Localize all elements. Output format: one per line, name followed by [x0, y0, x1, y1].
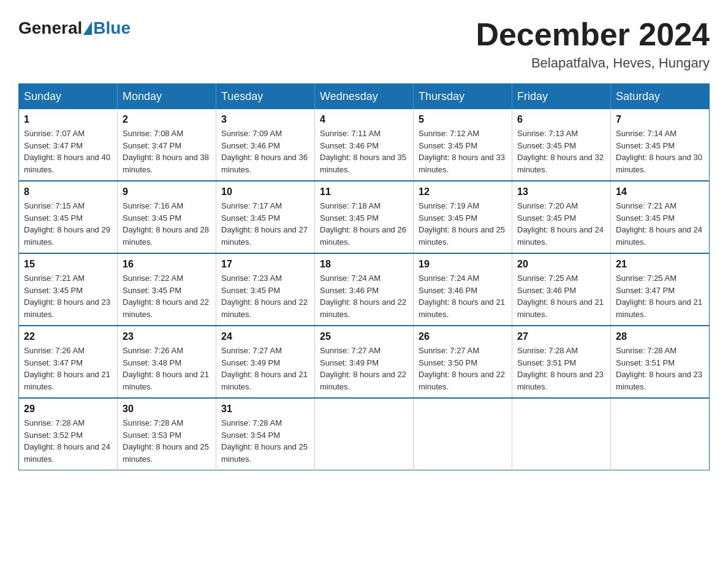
day-number: 28	[616, 331, 704, 342]
day-number: 18	[320, 259, 408, 270]
day-info: Sunrise: 7:24 AM Sunset: 3:46 PM Dayligh…	[320, 272, 408, 320]
calendar-cell: 15 Sunrise: 7:21 AM Sunset: 3:45 PM Dayl…	[19, 253, 118, 326]
calendar-cell: 29 Sunrise: 7:28 AM Sunset: 3:52 PM Dayl…	[19, 398, 118, 470]
calendar-cell: 1 Sunrise: 7:07 AM Sunset: 3:47 PM Dayli…	[19, 109, 118, 181]
calendar-cell: 17 Sunrise: 7:23 AM Sunset: 3:45 PM Dayl…	[216, 253, 315, 326]
day-number: 12	[419, 186, 507, 197]
calendar-cell: 27 Sunrise: 7:28 AM Sunset: 3:51 PM Dayl…	[512, 326, 611, 398]
day-info: Sunrise: 7:15 AM Sunset: 3:45 PM Dayligh…	[24, 200, 112, 248]
day-info: Sunrise: 7:27 AM Sunset: 3:49 PM Dayligh…	[320, 345, 408, 393]
day-info: Sunrise: 7:09 AM Sunset: 3:46 PM Dayligh…	[221, 128, 309, 175]
logo-triangle-icon	[83, 21, 92, 35]
day-number: 6	[517, 114, 605, 125]
day-number: 1	[24, 114, 112, 125]
day-number: 11	[320, 186, 408, 197]
day-number: 16	[123, 259, 211, 270]
calendar-cell: 9 Sunrise: 7:16 AM Sunset: 3:45 PM Dayli…	[118, 181, 216, 253]
calendar-cell: 5 Sunrise: 7:12 AM Sunset: 3:45 PM Dayli…	[414, 109, 512, 181]
calendar-cell: 26 Sunrise: 7:27 AM Sunset: 3:50 PM Dayl…	[414, 326, 512, 398]
day-info: Sunrise: 7:27 AM Sunset: 3:49 PM Dayligh…	[221, 345, 309, 393]
calendar-cell: 28 Sunrise: 7:28 AM Sunset: 3:51 PM Dayl…	[611, 326, 710, 398]
calendar-week-row: 22 Sunrise: 7:26 AM Sunset: 3:47 PM Dayl…	[19, 326, 710, 398]
calendar-cell: 19 Sunrise: 7:24 AM Sunset: 3:46 PM Dayl…	[414, 253, 512, 326]
calendar-header-row: SundayMondayTuesdayWednesdayThursdayFrid…	[19, 84, 710, 110]
day-info: Sunrise: 7:22 AM Sunset: 3:45 PM Dayligh…	[123, 272, 211, 320]
calendar-cell: 30 Sunrise: 7:28 AM Sunset: 3:53 PM Dayl…	[118, 398, 216, 470]
weekday-header-friday: Friday	[512, 84, 611, 110]
day-number: 7	[616, 114, 704, 125]
day-info: Sunrise: 7:28 AM Sunset: 3:53 PM Dayligh…	[123, 417, 211, 465]
calendar-cell: 7 Sunrise: 7:14 AM Sunset: 3:45 PM Dayli…	[611, 109, 710, 181]
day-info: Sunrise: 7:23 AM Sunset: 3:45 PM Dayligh…	[221, 272, 309, 320]
weekday-header-sunday: Sunday	[19, 84, 118, 110]
day-number: 10	[221, 186, 309, 197]
calendar-cell: 3 Sunrise: 7:09 AM Sunset: 3:46 PM Dayli…	[216, 109, 315, 181]
calendar-cell: 16 Sunrise: 7:22 AM Sunset: 3:45 PM Dayl…	[118, 253, 216, 326]
calendar-week-row: 29 Sunrise: 7:28 AM Sunset: 3:52 PM Dayl…	[19, 398, 710, 470]
logo: General Blue	[18, 18, 131, 38]
day-number: 27	[517, 331, 605, 342]
day-info: Sunrise: 7:13 AM Sunset: 3:45 PM Dayligh…	[517, 128, 605, 175]
day-number: 17	[221, 259, 309, 270]
calendar-cell	[512, 398, 611, 470]
day-number: 9	[123, 186, 211, 197]
day-info: Sunrise: 7:18 AM Sunset: 3:45 PM Dayligh…	[320, 200, 408, 248]
day-number: 2	[123, 114, 211, 125]
day-number: 23	[123, 331, 211, 342]
calendar-cell	[611, 398, 710, 470]
calendar-week-row: 8 Sunrise: 7:15 AM Sunset: 3:45 PM Dayli…	[19, 181, 710, 253]
calendar-week-row: 15 Sunrise: 7:21 AM Sunset: 3:45 PM Dayl…	[19, 253, 710, 326]
day-info: Sunrise: 7:27 AM Sunset: 3:50 PM Dayligh…	[419, 345, 507, 393]
day-number: 3	[221, 114, 309, 125]
day-info: Sunrise: 7:28 AM Sunset: 3:52 PM Dayligh…	[24, 417, 112, 465]
calendar-cell: 24 Sunrise: 7:27 AM Sunset: 3:49 PM Dayl…	[216, 326, 315, 398]
day-info: Sunrise: 7:28 AM Sunset: 3:54 PM Dayligh…	[221, 417, 309, 465]
day-info: Sunrise: 7:25 AM Sunset: 3:47 PM Dayligh…	[616, 272, 704, 320]
calendar-cell: 25 Sunrise: 7:27 AM Sunset: 3:49 PM Dayl…	[315, 326, 414, 398]
location-subtitle: Belapatfalva, Heves, Hungary	[476, 55, 710, 71]
day-number: 26	[419, 331, 507, 342]
weekday-header-thursday: Thursday	[414, 84, 512, 110]
weekday-header-saturday: Saturday	[611, 84, 710, 110]
day-number: 29	[24, 404, 112, 415]
calendar-cell: 6 Sunrise: 7:13 AM Sunset: 3:45 PM Dayli…	[512, 109, 611, 181]
calendar-cell: 8 Sunrise: 7:15 AM Sunset: 3:45 PM Dayli…	[19, 181, 118, 253]
day-number: 20	[517, 259, 605, 270]
day-number: 14	[616, 186, 704, 197]
day-info: Sunrise: 7:08 AM Sunset: 3:47 PM Dayligh…	[123, 128, 211, 175]
day-info: Sunrise: 7:16 AM Sunset: 3:45 PM Dayligh…	[123, 200, 211, 248]
day-info: Sunrise: 7:28 AM Sunset: 3:51 PM Dayligh…	[517, 345, 605, 393]
calendar-cell: 11 Sunrise: 7:18 AM Sunset: 3:45 PM Dayl…	[315, 181, 414, 253]
calendar-cell: 4 Sunrise: 7:11 AM Sunset: 3:46 PM Dayli…	[315, 109, 414, 181]
calendar-cell: 31 Sunrise: 7:28 AM Sunset: 3:54 PM Dayl…	[216, 398, 315, 470]
title-section: December 2024 Belapatfalva, Heves, Hunga…	[476, 18, 710, 71]
weekday-header-tuesday: Tuesday	[216, 84, 315, 110]
month-title: December 2024	[476, 18, 710, 50]
calendar-cell: 18 Sunrise: 7:24 AM Sunset: 3:46 PM Dayl…	[315, 253, 414, 326]
day-number: 24	[221, 331, 309, 342]
calendar-cell: 13 Sunrise: 7:20 AM Sunset: 3:45 PM Dayl…	[512, 181, 611, 253]
logo-general: General	[18, 18, 82, 38]
day-number: 30	[123, 404, 211, 415]
day-number: 31	[221, 404, 309, 415]
day-info: Sunrise: 7:24 AM Sunset: 3:46 PM Dayligh…	[419, 272, 507, 320]
day-info: Sunrise: 7:20 AM Sunset: 3:45 PM Dayligh…	[517, 200, 605, 248]
calendar-cell: 23 Sunrise: 7:26 AM Sunset: 3:48 PM Dayl…	[118, 326, 216, 398]
day-info: Sunrise: 7:25 AM Sunset: 3:46 PM Dayligh…	[517, 272, 605, 320]
day-number: 5	[419, 114, 507, 125]
day-number: 8	[24, 186, 112, 197]
calendar-cell: 22 Sunrise: 7:26 AM Sunset: 3:47 PM Dayl…	[19, 326, 118, 398]
calendar-cell: 10 Sunrise: 7:17 AM Sunset: 3:45 PM Dayl…	[216, 181, 315, 253]
calendar-cell: 21 Sunrise: 7:25 AM Sunset: 3:47 PM Dayl…	[611, 253, 710, 326]
day-number: 15	[24, 259, 112, 270]
day-info: Sunrise: 7:11 AM Sunset: 3:46 PM Dayligh…	[320, 128, 408, 175]
day-number: 19	[419, 259, 507, 270]
day-number: 25	[320, 331, 408, 342]
day-info: Sunrise: 7:21 AM Sunset: 3:45 PM Dayligh…	[24, 272, 112, 320]
calendar-table: SundayMondayTuesdayWednesdayThursdayFrid…	[18, 83, 710, 470]
day-info: Sunrise: 7:07 AM Sunset: 3:47 PM Dayligh…	[24, 128, 112, 175]
weekday-header-monday: Monday	[118, 84, 216, 110]
day-info: Sunrise: 7:26 AM Sunset: 3:48 PM Dayligh…	[123, 345, 211, 393]
calendar-cell	[414, 398, 512, 470]
day-number: 21	[616, 259, 704, 270]
